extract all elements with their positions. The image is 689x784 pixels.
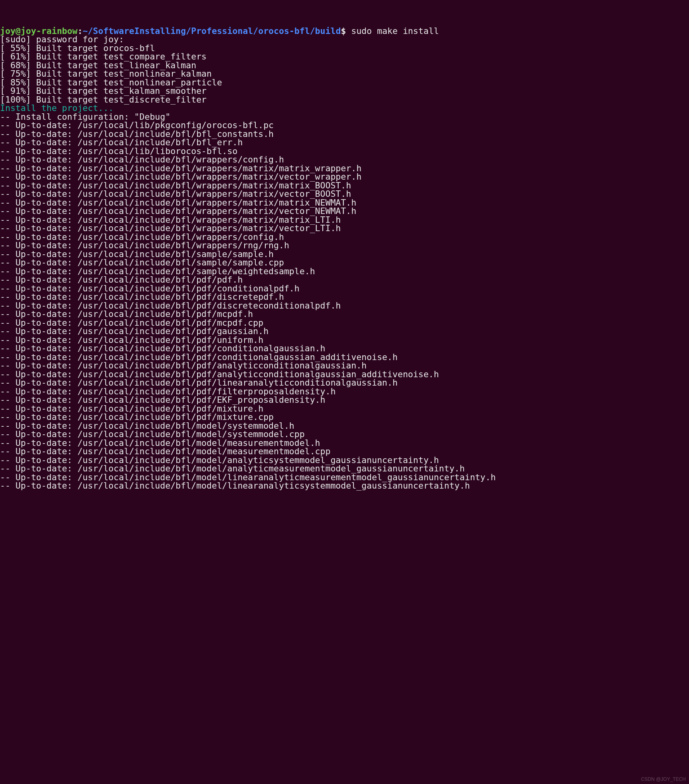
uptodate-line: -- Up-to-date: /usr/local/include/bfl/mo… (0, 481, 470, 491)
prompt-dollar: $ (341, 26, 351, 36)
terminal-output: joy@joy-rainbow:~/SoftwareInstalling/Pro… (0, 17, 689, 490)
command-input[interactable]: sudo make install (351, 26, 439, 36)
